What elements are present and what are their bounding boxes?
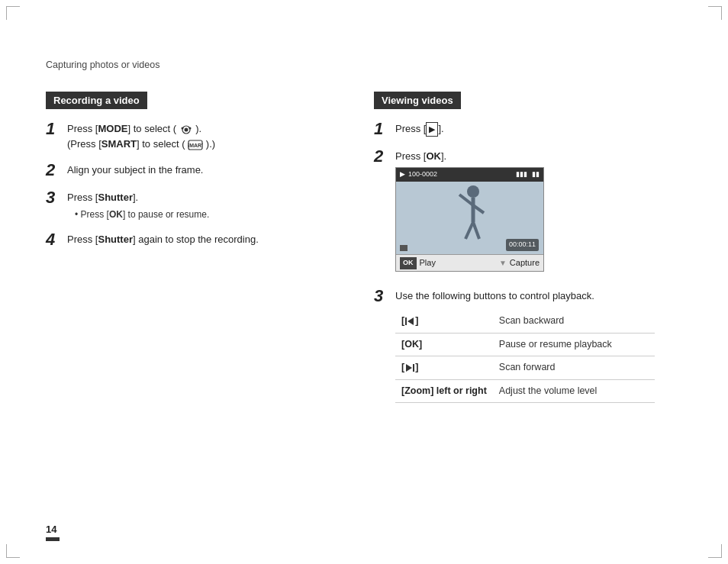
svg-text:SMART: SMART — [188, 143, 203, 148]
control-desc-4: Adjust the volume level — [493, 379, 655, 402]
viewing-step-1: 1 Press [▶]. — [374, 120, 694, 138]
video-status-icons: ▮▮▮ ▮▮ — [516, 169, 540, 180]
control-key-1: [] — [395, 310, 493, 333]
scan-back-icon — [404, 316, 415, 327]
viewing-section: Viewing videos 1 Press [▶]. 2 Press [OK]… — [374, 92, 694, 412]
recording-step-1: 1 Press [MODE] to select ( ). (Press [SM… — [46, 120, 351, 152]
smart-icon: SMART — [188, 140, 203, 150]
viewing-step-2: 2 Press [OK]. ▶ 100-0002 ▮▮▮ ▮▮ — [374, 147, 694, 278]
video-capture-label: Capture — [510, 256, 540, 269]
play-icon-small: ▶ — [400, 169, 405, 180]
svg-point-2 — [181, 127, 183, 129]
step-number-2: 2 — [46, 161, 67, 179]
video-timestamp: 00:00:11 — [506, 239, 539, 251]
person-silhouette — [449, 184, 491, 253]
step-1-content: Press [MODE] to select ( ). (Press [SMAR… — [67, 120, 351, 152]
control-desc-3: Scan forward — [493, 356, 655, 379]
svg-line-10 — [465, 222, 473, 239]
control-row-2: [OK] Pause or resume playback — [395, 333, 655, 356]
video-play-label: Play — [420, 256, 496, 269]
recording-step-2: 2 Align your subject in the frame. — [46, 161, 351, 179]
viewing-step-2-content: Press [OK]. ▶ 100-0002 ▮▮▮ ▮▮ — [395, 147, 694, 278]
svg-point-3 — [188, 127, 191, 129]
recording-step-3: 3 Press [Shutter]. Press [OK] to pause o… — [46, 189, 351, 221]
viewing-step-number-2: 2 — [374, 147, 395, 166]
viewing-step-1-content: Press [▶]. — [395, 120, 694, 137]
viewing-step-number-3: 3 — [374, 287, 395, 305]
svg-line-11 — [473, 222, 479, 239]
control-desc-1: Scan backward — [493, 310, 655, 333]
video-filename: 100-0002 — [408, 169, 437, 180]
control-row-4: [Zoom] left or right Adjust the volume l… — [395, 379, 655, 402]
scan-forward-icon — [404, 363, 415, 373]
step-4-content: Press [Shutter] again to stop the record… — [67, 230, 351, 247]
playback-controls-table: [] Scan backward [OK] Pause or resume pl… — [395, 310, 655, 403]
recording-header: Recording a video — [46, 92, 147, 109]
video-control-icon — [400, 245, 407, 251]
step-3-content: Press [Shutter]. Press [OK] to pause or … — [67, 189, 351, 221]
control-row-1: [] Scan backward — [395, 310, 655, 333]
step-number-4: 4 — [46, 230, 67, 249]
step-number-3: 3 — [46, 189, 67, 207]
viewing-step-3-content: Use the following buttons to control pla… — [395, 287, 694, 403]
viewing-header: Viewing videos — [374, 92, 461, 109]
svg-point-1 — [184, 127, 188, 131]
viewing-step-3: 3 Use the following buttons to control p… — [374, 287, 694, 403]
video-ok-button[interactable]: OK — [400, 257, 417, 269]
control-key-3: [] — [395, 356, 493, 379]
video-player: ▶ 100-0002 ▮▮▮ ▮▮ — [395, 167, 544, 272]
svg-marker-12 — [407, 317, 414, 325]
corner-mark-tr — [708, 6, 722, 20]
corner-mark-br — [708, 544, 722, 558]
corner-mark-tl — [6, 6, 20, 20]
video-topbar-left: ▶ 100-0002 — [400, 169, 437, 180]
recording-step-4: 4 Press [Shutter] again to stop the reco… — [46, 230, 351, 249]
battery-icon: ▮▮▮ — [516, 170, 527, 178]
svg-rect-15 — [413, 364, 414, 372]
video-screen: 00:00:11 — [396, 182, 543, 254]
svg-point-6 — [467, 185, 479, 198]
recording-section: Recording a video 1 Press [MODE] to sele… — [46, 92, 351, 258]
control-key-2: [OK] — [395, 333, 493, 356]
recording-steps: 1 Press [MODE] to select ( ). (Press [SM… — [46, 120, 351, 249]
video-controls-bar: OK Play ▼ Capture — [396, 254, 543, 271]
page-title: Capturing photos or videos — [46, 60, 159, 70]
mode-icon — [179, 124, 193, 135]
viewing-step-number-1: 1 — [374, 120, 395, 138]
step-2-content: Align your subject in the frame. — [67, 161, 351, 178]
page-number: 14 — [46, 524, 56, 535]
signal-icon: ▮▮ — [532, 170, 540, 178]
page-bar — [46, 537, 60, 541]
control-key-4: [Zoom] left or right — [395, 379, 493, 402]
svg-rect-13 — [405, 317, 407, 325]
control-desc-2: Pause or resume playback — [493, 333, 655, 356]
step-3-sub: Press [OK] to pause or resume. — [67, 208, 351, 222]
step-3-intro: Use the following buttons to control pla… — [395, 290, 594, 301]
step-number-1: 1 — [46, 120, 67, 138]
corner-mark-bl — [6, 544, 20, 558]
control-row-3: [] Scan forward — [395, 356, 655, 379]
video-divider: ▼ — [499, 257, 507, 269]
video-topbar: ▶ 100-0002 ▮▮▮ ▮▮ — [396, 168, 543, 182]
svg-marker-14 — [406, 364, 412, 372]
